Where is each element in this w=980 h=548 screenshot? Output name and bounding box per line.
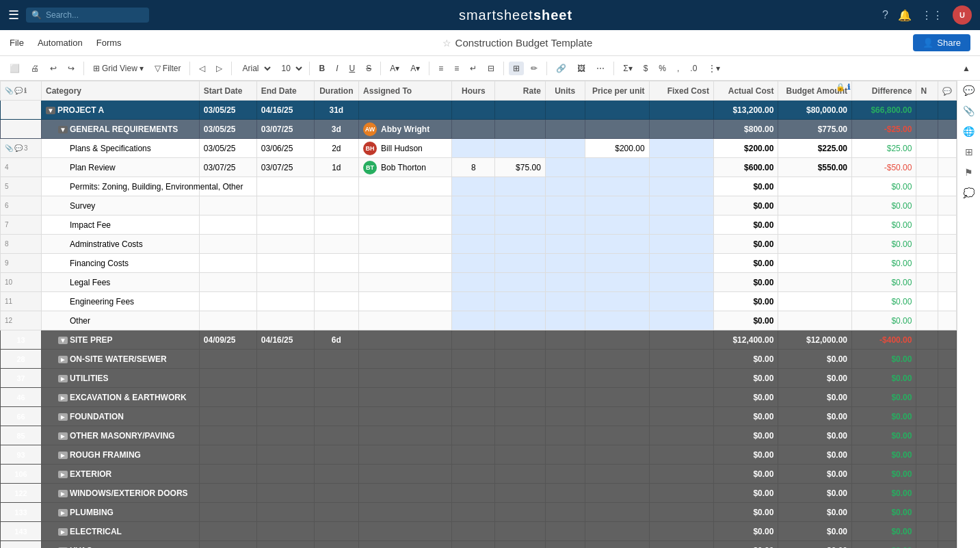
currency-button[interactable]: $ [639, 62, 652, 75]
units-cell[interactable] [545, 426, 585, 445]
underline-button[interactable]: U [345, 62, 359, 75]
col-header-rate[interactable]: Rate [495, 81, 545, 101]
fixed-cost-cell[interactable] [649, 139, 713, 158]
fixed-cost-cell[interactable] [649, 273, 713, 292]
fixed-cost-cell[interactable] [649, 101, 713, 120]
col-header-n[interactable]: N [916, 81, 938, 101]
hours-cell[interactable] [452, 330, 495, 350]
fixed-cost-cell[interactable] [649, 120, 713, 139]
units-cell[interactable] [545, 465, 585, 484]
col-header-budget[interactable]: Budget Amount 🔒 ℹ [778, 81, 852, 101]
category-cell[interactable]: ►PLUMBING [42, 503, 200, 522]
start-date-cell[interactable] [199, 273, 256, 292]
rate-cell[interactable] [495, 426, 545, 445]
fixed-cost-cell[interactable] [649, 388, 713, 407]
rate-cell[interactable] [495, 503, 545, 522]
actual-cost-cell[interactable]: $0.00 [714, 484, 778, 503]
category-cell[interactable]: Adminstrative Costs [42, 235, 200, 254]
actual-cost-cell[interactable]: $0.00 [714, 541, 778, 549]
category-cell[interactable]: Financing Costs [42, 254, 200, 273]
duration-cell[interactable] [314, 369, 358, 388]
redo-button[interactable]: ↪ [64, 62, 79, 75]
difference-cell[interactable]: -$50.00 [852, 158, 916, 177]
highlight-button[interactable]: ✏ [527, 62, 542, 75]
assigned-cell[interactable] [359, 235, 452, 254]
units-cell[interactable] [545, 369, 585, 388]
rate-cell[interactable] [495, 330, 545, 350]
actual-cost-cell[interactable]: $0.00 [714, 292, 778, 311]
link-button[interactable]: 🔗 [552, 62, 570, 75]
ppu-cell[interactable] [585, 216, 649, 235]
units-cell[interactable] [545, 407, 585, 426]
decimal-button[interactable]: .0 [686, 62, 701, 75]
category-cell[interactable]: Permits: Zoning, Building, Environmental… [42, 177, 200, 196]
hours-cell[interactable] [452, 139, 495, 158]
difference-cell[interactable]: $0.00 [852, 407, 916, 426]
actual-cost-cell[interactable]: $0.00 [714, 369, 778, 388]
merge-button[interactable]: ⊟ [484, 62, 499, 75]
actual-cost-cell[interactable]: $0.00 [714, 254, 778, 273]
col-header-start[interactable]: Start Date [199, 81, 256, 101]
end-date-cell[interactable]: 04/16/25 [256, 101, 314, 120]
hamburger-icon[interactable]: ☰ [8, 8, 19, 23]
category-cell[interactable]: ►ELECTRICAL [42, 522, 200, 541]
actual-cost-cell[interactable]: $0.00 [714, 465, 778, 484]
end-date-cell[interactable]: 03/06/25 [256, 139, 314, 158]
actual-cost-cell[interactable]: $0.00 [714, 311, 778, 330]
difference-cell[interactable]: $0.00 [852, 350, 916, 369]
ppu-cell[interactable] [585, 101, 649, 120]
ppu-cell[interactable] [585, 503, 649, 522]
budget-amount-cell[interactable]: $0.00 [778, 350, 852, 369]
filter-button[interactable]: ▽ Filter [150, 62, 185, 75]
highlight-color-button[interactable]: A▾ [386, 62, 403, 75]
collapse-button[interactable]: ▲ [958, 62, 975, 75]
start-date-cell[interactable] [199, 388, 256, 407]
forms-menu[interactable]: Forms [96, 38, 122, 48]
start-date-cell[interactable] [199, 465, 256, 484]
duration-cell[interactable]: 6d [314, 330, 358, 350]
comment-sidebar-icon[interactable]: 💬 [963, 85, 975, 96]
end-date-cell[interactable] [256, 426, 314, 445]
wrap-button[interactable]: ↵ [466, 62, 481, 75]
chat-sidebar-icon[interactable]: 💭 [963, 187, 975, 198]
difference-cell[interactable]: $0.00 [852, 426, 916, 445]
rate-cell[interactable] [495, 216, 545, 235]
units-cell[interactable] [545, 158, 585, 177]
units-cell[interactable] [545, 216, 585, 235]
difference-cell[interactable]: $0.00 [852, 388, 916, 407]
fixed-cost-cell[interactable] [649, 196, 713, 216]
duration-cell[interactable] [314, 388, 358, 407]
category-cell[interactable]: ►HVAC [42, 541, 200, 549]
budget-amount-cell[interactable] [778, 216, 852, 235]
hours-cell[interactable] [452, 350, 495, 369]
automation-menu[interactable]: Automation [38, 38, 83, 48]
fixed-cost-cell[interactable] [649, 465, 713, 484]
fixed-cost-cell[interactable] [649, 484, 713, 503]
end-date-cell[interactable]: 04/16/25 [256, 330, 314, 350]
rate-cell[interactable] [495, 196, 545, 216]
rate-cell[interactable] [495, 139, 545, 158]
ppu-cell[interactable] [585, 311, 649, 330]
file-menu[interactable]: File [10, 38, 24, 48]
col-header-end[interactable]: End Date [256, 81, 314, 101]
share-button[interactable]: 👤 Share [913, 34, 970, 51]
difference-cell[interactable]: $0.00 [852, 465, 916, 484]
actual-cost-cell[interactable]: $200.00 [714, 139, 778, 158]
duration-cell[interactable] [314, 426, 358, 445]
actual-cost-cell[interactable]: $0.00 [714, 216, 778, 235]
end-date-cell[interactable] [256, 541, 314, 549]
duration-cell[interactable] [314, 254, 358, 273]
col-header-actual[interactable]: Actual Cost [714, 81, 778, 101]
end-date-cell[interactable] [256, 350, 314, 369]
info-icon[interactable]: ℹ [847, 83, 850, 92]
start-date-cell[interactable] [199, 369, 256, 388]
actual-cost-cell[interactable]: $0.00 [714, 503, 778, 522]
actual-cost-cell[interactable]: $0.00 [714, 177, 778, 196]
rate-cell[interactable] [495, 101, 545, 120]
category-cell[interactable]: ▼GENERAL REQUIREMENTS [42, 120, 200, 139]
budget-amount-cell[interactable]: $0.00 [778, 465, 852, 484]
rate-cell[interactable] [495, 311, 545, 330]
duration-cell[interactable]: 2d [314, 139, 358, 158]
ppu-cell[interactable] [585, 426, 649, 445]
end-date-cell[interactable] [256, 388, 314, 407]
